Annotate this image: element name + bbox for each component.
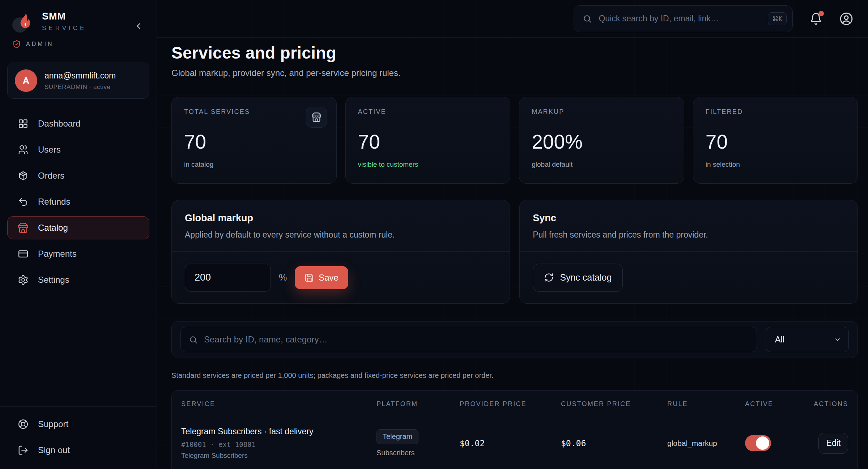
sidebar-item-label: Sign out — [38, 445, 70, 455]
quick-search: ⌘K — [574, 5, 793, 32]
sidebar-item-orders[interactable]: Orders — [7, 164, 149, 187]
logout-icon — [18, 445, 29, 456]
sidebar-item-label: Catalog — [38, 223, 68, 233]
sidebar-item-settings[interactable]: Settings — [7, 268, 149, 291]
platform-badge: Telegram — [376, 429, 418, 444]
stat-sub: visible to customers — [358, 161, 498, 169]
undo-icon — [18, 196, 29, 207]
sidebar-nav: Dashboard Users Orders Refunds Catalog P… — [0, 106, 157, 406]
notifications-button[interactable] — [809, 12, 822, 25]
brand-subtitle: SERVICE — [42, 25, 86, 32]
stat-card-filtered: FILTERED 70 in selection — [693, 97, 858, 184]
sidebar-item-label: Users — [38, 145, 61, 155]
admin-badge-label: ADMIN — [26, 41, 54, 47]
stat-card-markup: MARKUP 200% global default — [519, 97, 684, 184]
sidebar-item-users[interactable]: Users — [7, 138, 149, 161]
stat-value: 200% — [532, 130, 672, 153]
table-header-cell-active: ACTIVE — [745, 400, 814, 408]
stat-value: 70 — [358, 130, 498, 153]
service-id: #10001 · ext 10801 — [181, 440, 376, 448]
filter-select-value: All — [775, 334, 784, 345]
catalog-search-input[interactable] — [204, 334, 749, 345]
sidebar-item-refunds[interactable]: Refunds — [7, 190, 149, 213]
stat-value: 70 — [184, 130, 324, 153]
sidebar-item-label: Payments — [38, 249, 77, 259]
credit-card-icon — [18, 248, 29, 259]
store-icon — [311, 112, 322, 122]
sidebar-item-support[interactable]: Support — [7, 413, 149, 436]
stat-sub: in selection — [706, 161, 846, 169]
sidebar-item-label: Orders — [38, 171, 64, 181]
panel-title: Sync — [533, 213, 844, 224]
page-title: Services and pricing — [171, 43, 858, 63]
table-header: SERVICE PLATFORM PROVIDER PRICE CUSTOMER… — [172, 391, 858, 418]
main-area: ⌘K Services and pricing Global markup, p… — [157, 0, 868, 469]
user-circle-icon — [839, 12, 854, 26]
brand-name: SMM — [42, 11, 86, 22]
filter-select[interactable]: All — [766, 327, 849, 352]
user-card: A anna@smmlift.com SUPERADMIN · active — [7, 63, 149, 99]
sidebar-item-payments[interactable]: Payments — [7, 242, 149, 265]
avatar: A — [15, 69, 37, 92]
sidebar-item-label: Dashboard — [38, 119, 80, 129]
provider-price: $0.02 — [460, 439, 561, 448]
sync-panel: Sync Pull fresh services and prices from… — [519, 200, 858, 304]
table-header-cell-actions: ACTIONS — [814, 400, 848, 408]
stat-sub: in catalog — [184, 161, 324, 169]
table-header-cell-service: SERVICE — [181, 400, 376, 408]
page-subtitle: Global markup, provider sync, and per-se… — [171, 68, 858, 78]
pricing-note: Standard services are priced per 1,000 u… — [171, 371, 858, 380]
panel-description: Pull fresh services and prices from the … — [533, 230, 844, 240]
shield-check-icon — [12, 40, 21, 48]
edit-button[interactable]: Edit — [818, 433, 848, 454]
sidebar-item-label: Refunds — [38, 197, 70, 207]
chevron-left-icon — [134, 21, 143, 31]
service-category: Telegram Subscribers — [181, 452, 376, 460]
rule-label: global_markup — [667, 439, 745, 448]
save-button[interactable]: Save — [295, 266, 348, 289]
panel-title: Global markup — [185, 213, 497, 224]
active-cell — [745, 435, 814, 451]
actions-cell: Edit — [814, 433, 848, 454]
service-name: Telegram Subscribers · fast delivery — [181, 427, 376, 436]
search-icon — [189, 335, 198, 344]
active-toggle[interactable] — [745, 435, 771, 451]
notification-dot — [818, 11, 824, 16]
table-header-cell-customer-price: CUSTOMER PRICE — [561, 400, 667, 408]
service-cell: Telegram Subscribers · fast delivery #10… — [181, 427, 376, 460]
sidebar-item-dashboard[interactable]: Dashboard — [7, 112, 149, 135]
sidebar-item-catalog[interactable]: Catalog — [7, 216, 149, 239]
stat-label: MARKUP — [532, 108, 672, 116]
sidebar-item-sign-out[interactable]: Sign out — [7, 439, 149, 462]
table-header-cell-provider-price: PROVIDER PRICE — [460, 400, 561, 408]
panel-description: Applied by default to every service with… — [185, 230, 497, 240]
catalog-filter-bar: All — [171, 321, 858, 358]
quick-search-input[interactable] — [599, 14, 761, 24]
markup-input[interactable] — [185, 264, 271, 292]
sync-catalog-button[interactable]: Sync catalog — [533, 264, 623, 292]
admin-badge: ADMIN — [12, 40, 144, 48]
package-icon — [18, 170, 29, 181]
shortcut-badge: ⌘K — [768, 12, 787, 25]
stat-value: 70 — [706, 130, 846, 153]
sidebar: SMM SERVICE ADMIN A anna@smmlift.com SU — [0, 0, 157, 469]
stat-label: ACTIVE — [358, 108, 498, 116]
stat-card-total-services: TOTAL SERVICES 70 in catalog — [171, 97, 337, 184]
catalog-search — [180, 327, 757, 352]
platform-subtext: Subscribers — [376, 449, 460, 457]
app-window: SMM SERVICE ADMIN A anna@smmlift.com SU — [0, 0, 868, 469]
sidebar-item-label: Settings — [38, 275, 69, 285]
collapse-sidebar-button[interactable] — [131, 19, 146, 33]
services-table: SERVICE PLATFORM PROVIDER PRICE CUSTOMER… — [171, 390, 858, 469]
percent-label: % — [279, 272, 287, 283]
save-button-label: Save — [319, 273, 339, 283]
gear-icon — [18, 274, 29, 285]
platform-cell: Telegram Subscribers — [376, 429, 460, 457]
sidebar-item-label: Support — [38, 419, 68, 429]
store-icon — [18, 222, 29, 233]
chevron-down-icon — [834, 336, 841, 343]
stats-row: TOTAL SERVICES 70 in catalog ACTIVE 70 v… — [171, 97, 858, 184]
users-icon — [18, 144, 29, 155]
table-row: Telegram Subscribers · fast delivery #10… — [172, 418, 858, 469]
profile-button[interactable] — [839, 12, 854, 26]
